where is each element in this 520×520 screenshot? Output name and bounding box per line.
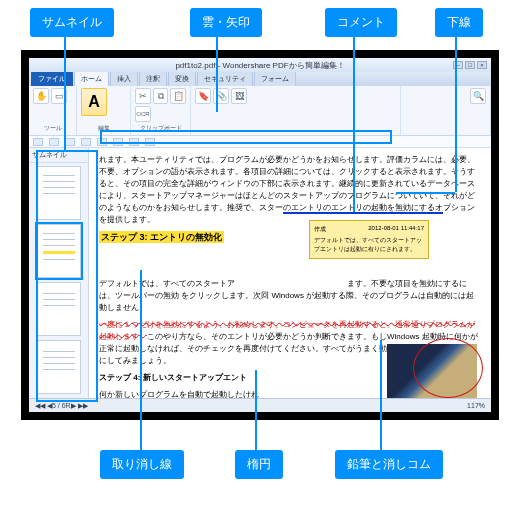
- comment-tool-icon[interactable]: [81, 138, 91, 146]
- note-date: 2012-08-01 11:44:17: [368, 225, 424, 234]
- image-icon[interactable]: 🖼: [231, 88, 247, 104]
- leader: [140, 270, 142, 450]
- leader: [396, 192, 455, 194]
- tab-home[interactable]: ホーム: [74, 71, 109, 86]
- bookmark-icon[interactable]: 🔖: [195, 88, 211, 104]
- note-title: 作成: [314, 225, 326, 234]
- callout-thumbnail: サムネイル: [30, 8, 114, 37]
- page-indicator: 5 / 6R: [52, 402, 71, 409]
- copy-icon[interactable]: ⧉: [153, 88, 169, 104]
- leader: [64, 32, 66, 152]
- cut-icon[interactable]: ✂: [135, 88, 151, 104]
- next-controls[interactable]: ▶ ▶▶: [71, 402, 88, 410]
- tab-insert[interactable]: 挿入: [110, 71, 138, 86]
- underline-tool-icon[interactable]: [49, 138, 59, 146]
- ribbon-tabs: ファイル ホーム 挿入 注釈 変換 セキュリティ フォーム: [29, 72, 491, 86]
- titlebar: pdf1to2.pdf - Wondershare PDFから簡単編集！ – □…: [29, 58, 491, 72]
- callout-cloud-arrow: 雲・矢印: [190, 8, 262, 37]
- tab-file[interactable]: ファイル: [31, 71, 73, 86]
- ribbon: ✋▭ ツール A 編集 ✂ ⧉ 📋 OCR クリップボード: [29, 86, 491, 136]
- sticky-note[interactable]: 作成2012-08-01 11:44:17 デフォルトでは、すべてのスタートアッ…: [309, 220, 429, 259]
- leader: [380, 340, 382, 450]
- search-icon[interactable]: 🔍: [470, 88, 486, 104]
- zoom-indicator: 117%: [467, 402, 485, 409]
- highlight-toolbar: [100, 130, 392, 144]
- tab-form[interactable]: フォーム: [254, 71, 296, 86]
- callout-pencil-eraser: 鉛筆と消しコム: [335, 450, 443, 479]
- tab-convert[interactable]: 変換: [168, 71, 196, 86]
- callout-ellipse: 楕円: [235, 450, 283, 479]
- tab-security[interactable]: セキュリティ: [197, 71, 253, 86]
- paste-icon[interactable]: 📋: [170, 88, 186, 104]
- body-text: デフォルトでは、すべてのスタートア ます。不要な項目を無効にするには、ツールバー…: [99, 278, 481, 314]
- step3-heading: ステップ 3: エントリの無効化: [99, 231, 224, 243]
- highlight-tool-icon[interactable]: [33, 138, 43, 146]
- app-window: pdf1to2.pdf - Wondershare PDFから簡単編集！ – □…: [29, 58, 491, 412]
- highlight-thumbnail-pane: [36, 150, 98, 402]
- prev-controls[interactable]: ◀◀ ◀: [35, 402, 52, 410]
- document-page[interactable]: れます。本ユーティリティでは、プログラムが必要かどうかをお知らせします。評価カラ…: [89, 148, 491, 398]
- hand-tool-icon[interactable]: ✋: [33, 88, 49, 104]
- tab-annotate[interactable]: 注釈: [139, 71, 167, 86]
- close-button[interactable]: ×: [477, 61, 487, 69]
- maximize-button[interactable]: □: [465, 61, 475, 69]
- leader: [216, 32, 218, 112]
- ribbon-group-label: ツール: [33, 124, 72, 133]
- statusbar: ◀◀ ◀ 5 / 6R ▶ ▶▶ 117%: [29, 398, 491, 412]
- leader: [353, 32, 355, 212]
- note-body: デフォルトでは、すべてのスタートアップエントリは起動に有りにされます。: [314, 236, 424, 254]
- body-text: れます。本ユーティリティでは、プログラムが必要かどうかをお知らせします。評価カラ…: [99, 154, 481, 226]
- window-title: pdf1to2.pdf - Wondershare PDFから簡単編集！: [175, 60, 344, 71]
- ocr-icon[interactable]: OCR: [135, 106, 151, 122]
- callout-underline: 下線: [435, 8, 483, 37]
- leader: [455, 32, 457, 192]
- callout-strikethrough: 取り消し線: [100, 450, 184, 479]
- strike-tool-icon[interactable]: [65, 138, 75, 146]
- leader: [255, 370, 257, 450]
- callout-comment: コメント: [325, 8, 397, 37]
- text-edit-button[interactable]: A: [81, 88, 107, 116]
- pencil-annotation[interactable]: [413, 338, 483, 398]
